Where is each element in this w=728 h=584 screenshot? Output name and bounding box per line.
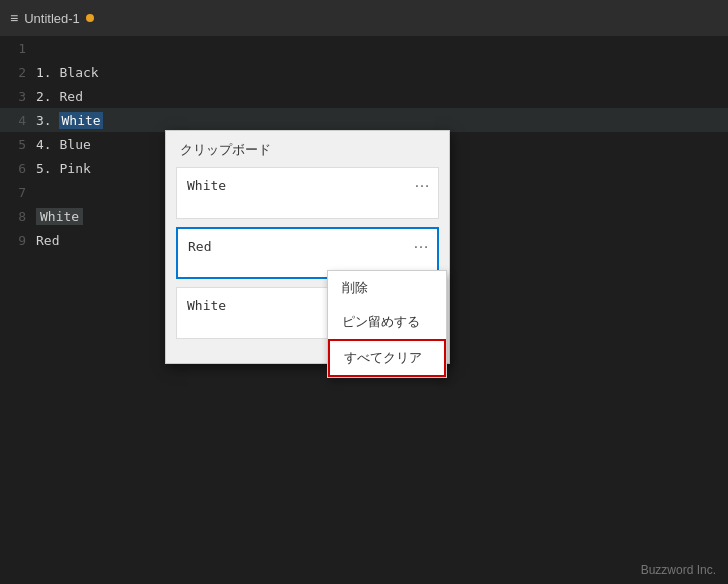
line-number-6: 6: [0, 161, 36, 176]
line-number-5: 5: [0, 137, 36, 152]
line-number-8: 8: [0, 209, 36, 224]
line-number-2: 2: [0, 65, 36, 80]
clipboard-item-text-1: White: [187, 178, 226, 193]
line-content-2: 1. Black: [36, 65, 99, 80]
clipboard-item-dots-2[interactable]: …: [413, 235, 429, 251]
context-menu-clear-all[interactable]: すべてクリア: [328, 339, 446, 377]
selected-text: White: [59, 112, 102, 129]
clipboard-item-dots-1[interactable]: …: [414, 174, 430, 190]
line-content-3: 2. Red: [36, 89, 83, 104]
editor-line-1: 1: [0, 36, 728, 60]
title-bar: ≡ Untitled-1: [0, 0, 728, 36]
tab-title: Untitled-1: [24, 11, 80, 26]
editor-line-4: 4 3. White: [0, 108, 728, 132]
context-menu: 削除 ピン留めする すべてクリア: [327, 270, 447, 378]
line-number-4: 4: [0, 113, 36, 128]
context-menu-pin[interactable]: ピン留めする: [328, 305, 446, 339]
context-menu-delete[interactable]: 削除: [328, 271, 446, 305]
line-content-9: Red: [36, 233, 59, 248]
editor-line-3: 3 2. Red: [0, 84, 728, 108]
footer-text: Buzzword Inc.: [641, 563, 716, 577]
clipboard-header: クリップボード: [166, 131, 449, 167]
editor-line-2: 2 1. Black: [0, 60, 728, 84]
line-content-5: 4. Blue: [36, 137, 91, 152]
line-number-7: 7: [0, 185, 36, 200]
unsaved-indicator: [86, 14, 94, 22]
line-number-1: 1: [0, 41, 36, 56]
clipboard-item-text-2: Red: [188, 239, 211, 254]
line-content-6: 5. Pink: [36, 161, 91, 176]
line-number-9: 9: [0, 233, 36, 248]
line-content-8: White: [36, 209, 83, 224]
line-content-4: 3. White: [36, 113, 103, 128]
clipboard-item-1[interactable]: White …: [176, 167, 439, 219]
menu-icon[interactable]: ≡: [10, 10, 18, 26]
footer: Buzzword Inc.: [0, 556, 728, 584]
plain-highlight-text: White: [36, 208, 83, 225]
line-number-3: 3: [0, 89, 36, 104]
clipboard-item-text-3: White: [187, 298, 226, 313]
